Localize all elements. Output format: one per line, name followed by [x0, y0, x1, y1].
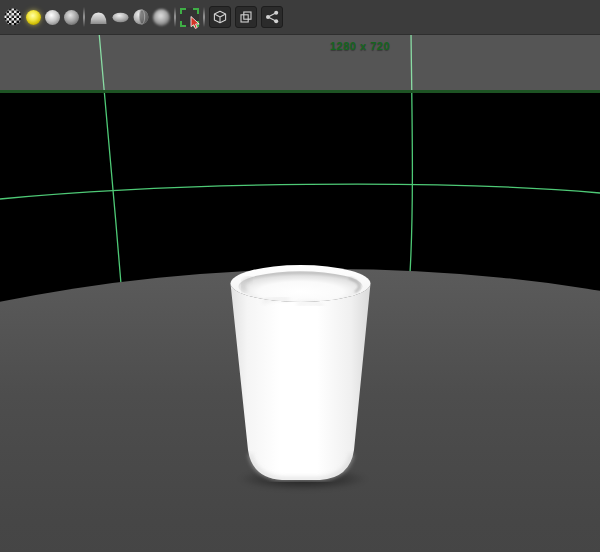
toolbar-separator: [174, 7, 176, 27]
toolbar: [0, 0, 600, 35]
cube-wireframe-icon: [213, 10, 227, 24]
toolbar-separator: [203, 7, 205, 27]
render-frame-top-edge: [0, 90, 600, 93]
disc-primitive-icon[interactable]: [112, 12, 129, 23]
emissive-yellow-sphere-icon[interactable]: [26, 10, 41, 25]
overlapping-squares-button[interactable]: [235, 6, 257, 28]
matte-sphere-dark-icon[interactable]: [64, 10, 79, 25]
half-sphere-primitive-icon[interactable]: [133, 9, 149, 25]
outside-frame-overlay: [0, 35, 600, 90]
cube-wireframe-button[interactable]: [209, 6, 231, 28]
matte-sphere-light-icon[interactable]: [45, 10, 60, 25]
share-nodes-icon: [265, 10, 279, 24]
checker-sphere-icon[interactable]: [4, 8, 22, 26]
toolbar-separator: [83, 7, 85, 27]
cup-object[interactable]: [225, 258, 377, 488]
dome-primitive-icon[interactable]: [89, 9, 108, 25]
viewport-canvas[interactable]: 1280 x 720: [0, 35, 600, 552]
render-resolution-label: 1280 x 720: [330, 40, 390, 52]
marquee-select-icon[interactable]: [180, 8, 199, 27]
soft-sphere-icon[interactable]: [153, 9, 170, 26]
overlapping-squares-icon: [239, 10, 253, 24]
share-nodes-button[interactable]: [261, 6, 283, 28]
